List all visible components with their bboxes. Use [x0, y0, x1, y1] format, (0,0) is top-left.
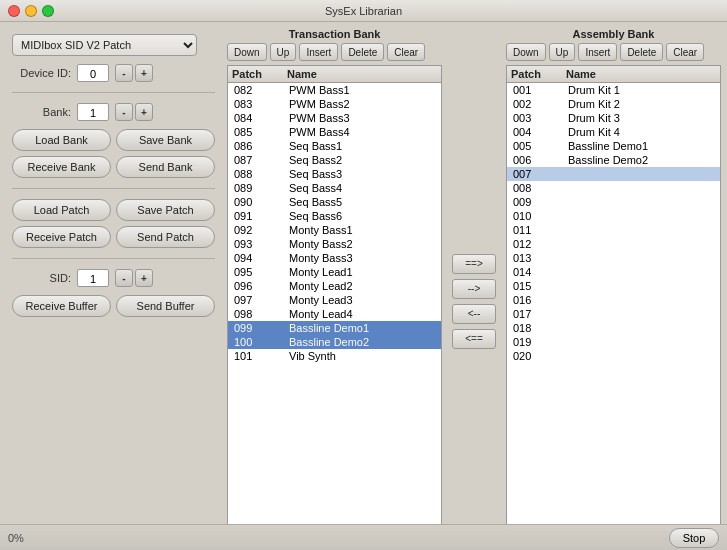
patch-type-select[interactable]: MIDIbox SID V2 Patch: [12, 34, 197, 56]
table-row[interactable]: 085PWM Bass4: [228, 125, 441, 139]
table-row[interactable]: 088Seq Bass3: [228, 167, 441, 181]
table-row[interactable]: 010: [507, 209, 720, 223]
receive-patch-button[interactable]: Receive Patch: [12, 226, 111, 248]
table-row[interactable]: 017: [507, 307, 720, 321]
copy-left-button[interactable]: <==: [452, 329, 496, 349]
patch-cell: 088: [232, 168, 287, 180]
table-row[interactable]: 089Seq Bass4: [228, 181, 441, 195]
transaction-delete-btn[interactable]: Delete: [341, 43, 384, 61]
assembly-bank-label: Assembly Bank: [506, 28, 721, 40]
table-row[interactable]: 013: [507, 251, 720, 265]
move-right-button[interactable]: -->: [452, 279, 496, 299]
table-row[interactable]: 008: [507, 181, 720, 195]
statusbar: 0% Stop: [0, 524, 727, 550]
save-patch-button[interactable]: Save Patch: [116, 199, 215, 221]
transaction-down-btn[interactable]: Down: [227, 43, 267, 61]
device-id-value: 0: [77, 64, 109, 82]
bank-minus[interactable]: -: [115, 103, 133, 121]
minimize-button[interactable]: [25, 5, 37, 17]
table-row[interactable]: 090Seq Bass5: [228, 195, 441, 209]
patch-cell: 084: [232, 112, 287, 124]
table-row[interactable]: 096Monty Lead2: [228, 279, 441, 293]
sid-plus[interactable]: +: [135, 269, 153, 287]
patch-cell: 013: [511, 252, 566, 264]
table-row[interactable]: 011: [507, 223, 720, 237]
name-cell: [566, 266, 716, 278]
bank-value: 1: [77, 103, 109, 121]
table-row[interactable]: 097Monty Lead3: [228, 293, 441, 307]
table-row[interactable]: 020: [507, 349, 720, 363]
send-patch-button[interactable]: Send Patch: [116, 226, 215, 248]
progress-text: 0%: [8, 532, 24, 544]
transaction-clear-btn[interactable]: Clear: [387, 43, 425, 61]
maximize-button[interactable]: [42, 5, 54, 17]
table-row[interactable]: 007: [507, 167, 720, 181]
close-button[interactable]: [8, 5, 20, 17]
device-id-minus[interactable]: -: [115, 64, 133, 82]
table-row[interactable]: 091Seq Bass6: [228, 209, 441, 223]
receive-bank-button[interactable]: Receive Bank: [12, 156, 111, 178]
move-left-button[interactable]: <--: [452, 304, 496, 324]
divider2: [12, 188, 215, 189]
sid-value: 1: [77, 269, 109, 287]
assembly-delete-btn[interactable]: Delete: [620, 43, 663, 61]
name-cell: [566, 322, 716, 334]
transaction-table-body[interactable]: 082PWM Bass1083PWM Bass2084PWM Bass3085P…: [228, 83, 441, 528]
bank-plus[interactable]: +: [135, 103, 153, 121]
table-row[interactable]: 098Monty Lead4: [228, 307, 441, 321]
table-row[interactable]: 002Drum Kit 2: [507, 97, 720, 111]
stop-button[interactable]: Stop: [669, 528, 719, 548]
patch-cell: 020: [511, 350, 566, 362]
device-id-plus[interactable]: +: [135, 64, 153, 82]
table-row[interactable]: 094Monty Bass3: [228, 251, 441, 265]
table-row[interactable]: 092Monty Bass1: [228, 223, 441, 237]
patch-cell: 006: [511, 154, 566, 166]
patch-cell: 003: [511, 112, 566, 124]
receive-buffer-button[interactable]: Receive Buffer: [12, 295, 111, 317]
table-row[interactable]: 001Drum Kit 1: [507, 83, 720, 97]
table-row[interactable]: 019: [507, 335, 720, 349]
assembly-table-body[interactable]: 001Drum Kit 1002Drum Kit 2003Drum Kit 30…: [507, 83, 720, 528]
table-row[interactable]: 084PWM Bass3: [228, 111, 441, 125]
load-bank-button[interactable]: Load Bank: [12, 129, 111, 151]
table-row[interactable]: 016: [507, 293, 720, 307]
copy-right-button[interactable]: ==>: [452, 254, 496, 274]
table-row[interactable]: 099Bassline Demo1: [228, 321, 441, 335]
assembly-up-btn[interactable]: Up: [549, 43, 576, 61]
save-bank-button[interactable]: Save Bank: [116, 129, 215, 151]
table-row[interactable]: 101Vib Synth: [228, 349, 441, 363]
patch-cell: 004: [511, 126, 566, 138]
name-cell: Bassline Demo1: [287, 322, 437, 334]
table-row[interactable]: 005Bassline Demo1: [507, 139, 720, 153]
send-bank-button[interactable]: Send Bank: [116, 156, 215, 178]
table-row[interactable]: 086Seq Bass1: [228, 139, 441, 153]
table-row[interactable]: 083PWM Bass2: [228, 97, 441, 111]
table-row[interactable]: 018: [507, 321, 720, 335]
transaction-toolbar: Down Up Insert Delete Clear: [227, 43, 442, 61]
sid-minus[interactable]: -: [115, 269, 133, 287]
table-row[interactable]: 009: [507, 195, 720, 209]
table-row[interactable]: 014: [507, 265, 720, 279]
bank-label: Bank:: [16, 106, 71, 118]
table-row[interactable]: 100Bassline Demo2: [228, 335, 441, 349]
table-row[interactable]: 015: [507, 279, 720, 293]
transaction-insert-btn[interactable]: Insert: [299, 43, 338, 61]
assembly-clear-btn[interactable]: Clear: [666, 43, 704, 61]
load-patch-button[interactable]: Load Patch: [12, 199, 111, 221]
send-buffer-button[interactable]: Send Buffer: [116, 295, 215, 317]
table-row[interactable]: 087Seq Bass2: [228, 153, 441, 167]
table-row[interactable]: 004Drum Kit 4: [507, 125, 720, 139]
name-cell: Seq Bass6: [287, 210, 437, 222]
table-row[interactable]: 006Bassline Demo2: [507, 153, 720, 167]
table-row[interactable]: 082PWM Bass1: [228, 83, 441, 97]
table-row[interactable]: 012: [507, 237, 720, 251]
transaction-up-btn[interactable]: Up: [270, 43, 297, 61]
table-row[interactable]: 095Monty Lead1: [228, 265, 441, 279]
patch-cell: 090: [232, 196, 287, 208]
table-row[interactable]: 093Monty Bass2: [228, 237, 441, 251]
assembly-insert-btn[interactable]: Insert: [578, 43, 617, 61]
device-id-stepper: - +: [115, 64, 153, 82]
table-row[interactable]: 003Drum Kit 3: [507, 111, 720, 125]
patch-cell: 015: [511, 280, 566, 292]
assembly-down-btn[interactable]: Down: [506, 43, 546, 61]
